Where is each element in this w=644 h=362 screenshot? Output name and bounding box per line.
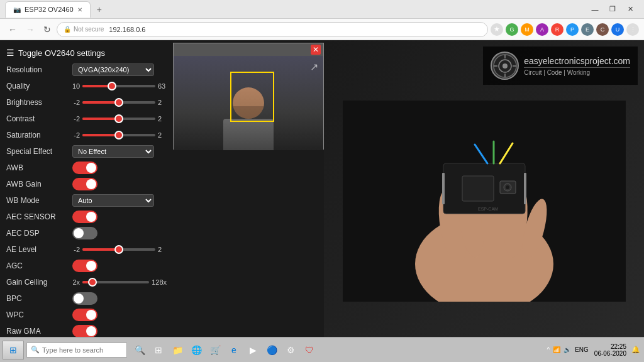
extension-icon-7[interactable]: C [596,23,609,36]
search-input[interactable] [42,346,123,354]
camera-close-button[interactable]: ✕ [311,45,321,55]
resolution-select[interactable]: QVGA(320x240) [72,63,154,76]
taskbar-icon-store[interactable]: 🛒 [206,341,224,359]
extension-icon-2[interactable]: M [521,23,533,36]
taskbar-icon-edge[interactable]: e [225,341,243,359]
quality-thumb[interactable] [108,82,116,90]
gain-ceiling-slider[interactable] [82,277,149,287]
raw-gma-toggle[interactable] [72,325,97,337]
special-effect-select[interactable]: No Effect [72,145,154,158]
brightness-min: -2 [72,99,80,106]
background-content: ESP-CAM e [324,40,644,362]
ae-level-slider[interactable] [82,244,155,255]
extension-icon-4[interactable]: R [551,23,564,36]
back-button[interactable]: ← [5,23,20,36]
wpc-toggle[interactable] [72,309,97,321]
profile-icon[interactable]: U [611,23,624,36]
menu-icon[interactable]: ⋮ [626,23,639,36]
awb-toggle[interactable] [72,162,97,174]
camera-popup-header: ✕ [174,43,323,56]
ae-level-min: -2 [72,246,80,253]
saturation-thumb[interactable] [114,131,123,140]
wpc-row: WPC [0,307,173,323]
tab-close-button[interactable]: ✕ [77,6,82,13]
aec-sensor-toggle[interactable] [72,211,97,223]
tray-volume-icon[interactable]: 🔊 [562,346,572,353]
saturation-slider[interactable] [82,130,155,140]
forward-button[interactable]: → [23,23,38,36]
restore-button[interactable]: ❐ [604,3,621,16]
board-svg: ESP-CAM [343,101,626,302]
svg-point-13 [506,185,509,189]
camera-popup: ✕ ↗ [173,43,324,150]
notification-button[interactable]: 🔔 [630,341,641,359]
aec-dsp-toggle[interactable] [72,227,97,239]
gain-ceiling-label: Gain Ceiling [6,278,72,287]
minimize-button[interactable]: — [586,3,604,16]
tray-network-icon[interactable]: 📶 [552,346,562,353]
svg-rect-8 [442,173,445,204]
taskbar-icon-browser[interactable]: 🌐 [187,341,205,359]
extension-icon-5[interactable]: P [566,23,579,36]
start-button[interactable]: ⊞ [3,341,24,359]
windows-icon: ⊞ [9,345,17,355]
brightness-slider[interactable] [82,97,155,107]
taskbar-icon-email[interactable]: 📁 [169,341,186,359]
ae-level-max: 2 [158,246,167,253]
extension-icon-6[interactable]: E [581,23,594,36]
taskbar-icon-media[interactable]: ▶ [244,341,262,359]
panel-header[interactable]: ☰ Toggle OV2640 settings [0,44,173,62]
svg-rect-9 [524,173,526,204]
bookmark-icon[interactable]: ★ [491,23,503,36]
aec-sensor-control [72,211,167,223]
contrast-row: Contrast -2 2 [0,111,173,127]
gain-ceiling-min: 2x [72,278,80,286]
panel-title: Toggle OV2640 settings [18,48,105,58]
logo-overlay: easyelectronicsproject.com Circuit | Cod… [483,47,638,85]
ae-level-control: -2 2 [72,244,167,255]
awb-gain-label: AWB Gain [6,180,72,189]
quality-track [82,85,155,87]
taskbar-icon-settings[interactable]: ⚙ [282,341,299,359]
lang-indicator[interactable]: ENG [573,346,591,353]
taskbar-icon-chrome[interactable]: 🔵 [263,341,280,359]
awb-gain-toggle[interactable] [72,178,97,190]
brightness-thumb[interactable] [114,98,123,107]
bpc-control [72,292,167,305]
tray-up-arrow[interactable]: ^ [545,346,551,353]
address-bar[interactable]: 🔒 Not secure 192.168.0.6 [57,22,488,37]
aec-dsp-toggle-knob [74,228,84,238]
wb-mode-control: Auto [72,194,167,207]
new-tab-button[interactable]: + [93,3,106,16]
aec-sensor-row: AEC SENSOR [0,209,173,225]
wb-mode-select[interactable]: Auto [72,194,154,207]
extension-icon-1[interactable]: G [506,23,518,36]
url-text: 192.168.0.6 [109,26,145,33]
taskbar-icon-search[interactable]: 🔍 [131,341,148,359]
contrast-thumb[interactable] [114,114,123,123]
face-detection-box [230,72,274,122]
clock[interactable]: 22:25 06-06-2020 [592,343,629,357]
logo-subtitle: Circuit | Code | Working [524,67,630,76]
gain-ceiling-thumb[interactable] [88,278,97,287]
quality-row: Quality 10 63 [0,78,173,94]
quality-slider[interactable] [82,81,155,91]
agc-toggle[interactable] [72,260,97,272]
brightness-slider-container: -2 2 [72,97,167,107]
bpc-toggle[interactable] [72,292,97,305]
taskbar-icon-task[interactable]: ⊞ [150,341,167,359]
contrast-slider[interactable] [82,114,155,124]
camera-arrow: ↗ [310,61,318,73]
gain-ceiling-control: 2x 128x [72,277,167,287]
taskbar-icon-security[interactable]: 🛡 [301,341,318,359]
awb-row: AWB [0,160,173,176]
nav-bar: ← → ↻ 🔒 Not secure 192.168.0.6 ★ G M A R… [0,19,644,40]
contrast-label: Contrast [6,114,72,123]
extension-icon-3[interactable]: A [536,23,548,36]
wb-mode-label: WB Mode [6,196,72,205]
search-bar[interactable]: 🔍 [26,343,127,358]
reload-button[interactable]: ↻ [40,23,54,36]
ae-level-thumb[interactable] [114,245,123,254]
close-button[interactable]: ✕ [621,3,639,16]
browser-tab[interactable]: 📷 ESP32 OV2460 ✕ [5,1,91,18]
